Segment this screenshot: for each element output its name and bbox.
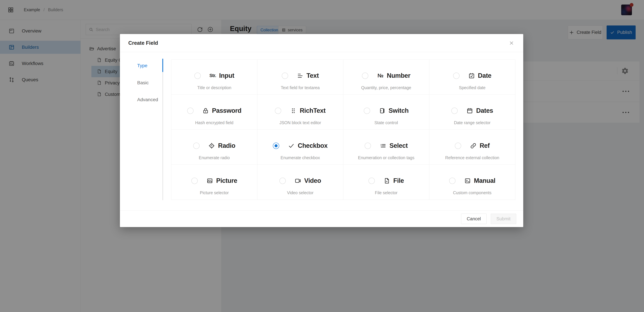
field-label: Video [304,177,321,184]
field-label: Dates [476,107,493,114]
field-type-grid: Str. Input Title or description Text Tex… [171,59,515,200]
manual-icon [464,177,471,184]
field-description: Enumerate radio [199,155,230,160]
field-card-manual[interactable]: Manual Custom components [429,165,515,200]
field-description: Enumeration or collection tags [358,155,414,160]
submit-button[interactable]: Submit [491,214,516,224]
field-description: Picture selector [200,190,229,195]
field-description: Custom components [453,190,492,195]
target-icon [208,142,215,149]
select-icon [380,142,386,149]
modal-title: Create Field [128,40,158,46]
tab-basic[interactable]: Basic [137,78,148,88]
check-icon [288,142,295,149]
field-radio[interactable] [194,72,201,79]
field-radio[interactable] [187,108,194,114]
field-label: Radio [218,142,235,149]
date-icon [468,72,475,79]
field-description: Text field for textarea [281,85,320,90]
field-description: Hash encrypted field [195,120,234,125]
field-card-date[interactable]: Date Specified date [429,60,515,95]
field-radio[interactable] [364,143,371,149]
field-card-richtext[interactable]: RichText JSON block text editor [258,95,344,130]
field-radio[interactable] [455,143,461,149]
numero-icon: № [377,72,384,79]
field-description: JSON block text editor [280,120,321,125]
switch-icon [379,107,386,114]
field-card-password[interactable]: Password Hash encrypted field [172,95,258,130]
field-label: Text [306,72,319,79]
field-card-input[interactable]: Str. Input Title or description [172,60,258,95]
field-card-radio[interactable]: Radio Enumerate radio [172,130,258,165]
field-radio[interactable] [191,178,198,184]
field-label: Switch [388,107,408,114]
field-label: Password [212,107,242,114]
field-card-file[interactable]: File File selector [343,165,429,200]
field-radio[interactable] [193,143,200,149]
modal-tabs: Type Basic Advanced [120,52,171,211]
field-description: Reference external collection [445,155,499,160]
field-label: File [393,177,404,184]
lock-icon [202,107,209,114]
field-radio[interactable] [364,108,370,114]
field-card-dates[interactable]: Dates Date range selector [429,95,515,130]
field-description: File selector [375,190,398,195]
field-label: Select [390,142,408,149]
field-card-ref[interactable]: Ref Reference external collection [429,130,515,165]
field-description: Date range selector [454,120,490,125]
field-card-video[interactable]: Video Video selector [258,165,344,200]
field-radio[interactable] [273,143,279,149]
str-icon: Str. [210,72,216,79]
field-label: Picture [216,177,237,184]
field-card-checkbox[interactable]: Checkbox Enumerate checkbox [258,130,344,165]
video-icon [294,177,301,184]
text-icon [297,72,304,79]
field-description: Specified date [459,85,486,90]
field-radio[interactable] [451,108,458,114]
field-label: Input [219,72,234,79]
field-radio[interactable] [280,178,286,184]
field-radio[interactable] [282,72,288,79]
field-label: Date [478,72,492,79]
field-description: State control [374,120,398,125]
modal-header: Create Field [120,34,523,52]
cancel-button[interactable]: Cancel [461,214,486,224]
field-label: Ref [480,142,490,149]
field-radio[interactable] [275,108,281,114]
active-tab-indicator [162,59,163,72]
tab-track [162,59,163,200]
field-label: RichText [300,107,326,114]
close-icon[interactable] [505,34,518,52]
link-icon [470,142,477,149]
field-card-picture[interactable]: Picture Picture selector [172,165,258,200]
field-radio[interactable] [368,178,375,184]
field-radio[interactable] [362,72,368,79]
picture-icon [206,177,213,184]
field-label: Manual [474,177,496,184]
field-radio[interactable] [449,178,456,184]
field-card-number[interactable]: № Number Quantity, price, percentage [343,60,429,95]
field-card-text[interactable]: Text Text field for textarea [258,60,344,95]
field-radio[interactable] [453,72,460,79]
tab-advanced[interactable]: Advanced [137,95,158,105]
field-description: Quantity, price, percentage [361,85,411,90]
field-label: Checkbox [298,142,328,149]
richtext-icon [290,107,297,114]
create-field-modal: Create Field Type Basic Advanced Str. In… [120,34,523,227]
modal-footer: Cancel Submit [120,211,523,227]
tab-type[interactable]: Type [137,61,148,71]
field-description: Video selector [287,190,314,195]
field-description: Enumerate checkbox [280,155,320,160]
dates-icon [466,107,473,114]
field-card-select[interactable]: Select Enumeration or collection tags [343,130,429,165]
field-card-switch[interactable]: Switch State control [343,95,429,130]
field-description: Title or description [197,85,231,90]
file-icon [384,177,390,184]
field-label: Number [387,72,410,79]
